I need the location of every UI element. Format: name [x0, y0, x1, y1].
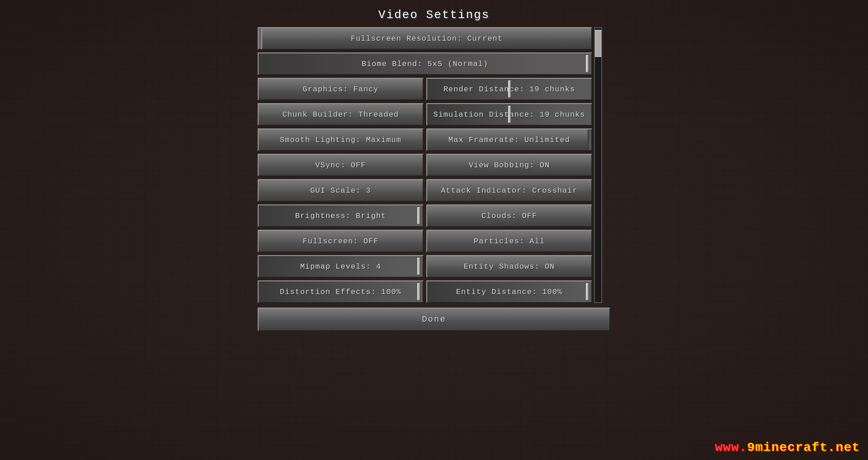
mipmap-slider[interactable] — [417, 258, 420, 275]
smooth-lighting-button[interactable]: Smooth Lighting: Maximum — [258, 128, 424, 151]
done-button[interactable]: Done — [258, 308, 610, 331]
simulation-distance-slider[interactable] — [508, 106, 511, 123]
fullscreen-resolution-button[interactable]: Fullscreen Resolution: Current — [261, 27, 592, 50]
attack-indicator-button[interactable]: Attack Indicator: Crosshair — [426, 179, 592, 202]
watermark: www.9minecraft.net — [715, 441, 860, 455]
simulation-distance-button[interactable]: Simulation Distance: 19 chunks — [426, 103, 592, 126]
scrollbar-thumb[interactable] — [595, 30, 601, 57]
vsync-viewbobbing-row: VSync: OFF View Bobbing: ON — [258, 154, 592, 176]
distortion-entitydistance-row: Distortion Effects: 100% Entity Distance… — [258, 280, 592, 303]
chunk-simulation-row: Chunk Builder: Threaded Simulation Dista… — [258, 103, 592, 126]
settings-scroll-wrapper: Fullscreen Resolution: Current Biome Ble… — [258, 27, 610, 303]
biome-blend-slider[interactable] — [586, 55, 589, 72]
render-distance-button[interactable]: Render Distance: 19 chunks — [426, 78, 592, 100]
graphics-render-row: Graphics: Fancy Render Distance: 19 chun… — [258, 78, 592, 100]
brightness-clouds-row: Brightness: Bright Clouds: OFF — [258, 204, 592, 227]
fullscreen-particles-row: Fullscreen: OFF Particles: All — [258, 230, 592, 252]
clouds-button[interactable]: Clouds: OFF — [426, 204, 592, 227]
done-section: Done — [258, 308, 610, 331]
graphics-button[interactable]: Graphics: Fancy — [258, 78, 424, 100]
view-bobbing-button[interactable]: View Bobbing: ON — [426, 154, 592, 176]
settings-list: Fullscreen Resolution: Current Biome Ble… — [258, 27, 592, 303]
brightness-button[interactable]: Brightness: Bright — [258, 204, 424, 227]
fullscreen-button[interactable]: Fullscreen: OFF — [258, 230, 424, 252]
mipmap-levels-button[interactable]: Mipmap Levels: 4 — [258, 255, 424, 278]
chunk-builder-button[interactable]: Chunk Builder: Threaded — [258, 103, 424, 126]
page-title: Video Settings — [378, 8, 490, 22]
gui-attack-row: GUI Scale: 3 Attack Indicator: Crosshair — [258, 179, 592, 202]
vsync-button[interactable]: VSync: OFF — [258, 154, 424, 176]
max-framerate-button[interactable]: Max Framerate: Unlimited — [426, 128, 592, 151]
entity-distance-button[interactable]: Entity Distance: 100% — [426, 280, 592, 303]
mipmap-entityshadows-row: Mipmap Levels: 4 Entity Shadows: ON — [258, 255, 592, 278]
distortion-slider[interactable] — [417, 283, 420, 300]
particles-button[interactable]: Particles: All — [426, 230, 592, 252]
entity-distance-slider[interactable] — [586, 283, 589, 300]
distortion-effects-button[interactable]: Distortion Effects: 100% — [258, 280, 424, 303]
scrollbar[interactable] — [594, 27, 602, 303]
lighting-framerate-row: Smooth Lighting: Maximum Max Framerate: … — [258, 128, 592, 151]
biome-blend-button[interactable]: Biome Blend: 5x5 (Normal) — [258, 52, 592, 75]
entity-shadows-button[interactable]: Entity Shadows: ON — [426, 255, 592, 278]
render-distance-slider[interactable] — [508, 81, 511, 98]
gui-scale-button[interactable]: GUI Scale: 3 — [258, 179, 424, 202]
brightness-slider[interactable] — [417, 207, 420, 224]
